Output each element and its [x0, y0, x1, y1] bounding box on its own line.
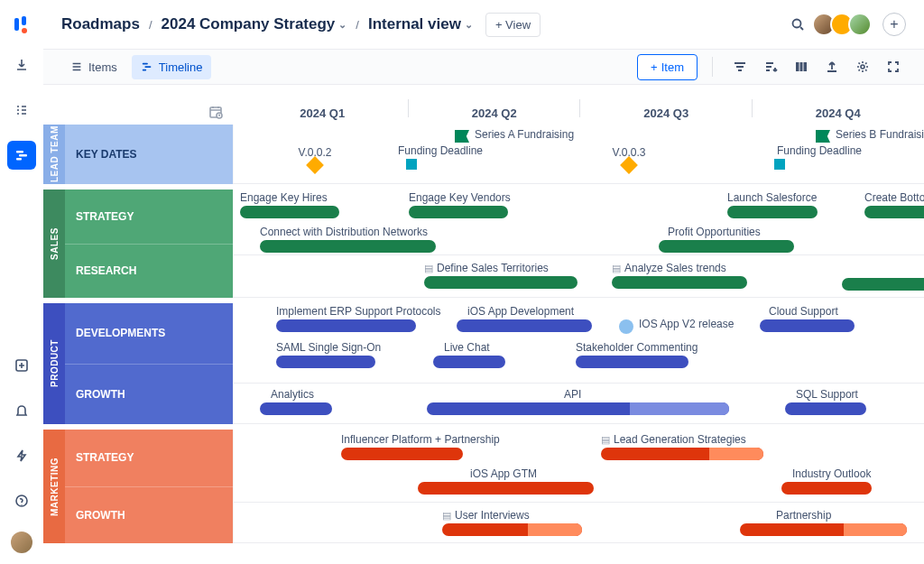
bar-item[interactable]: ▤Define Sales Territories: [424, 262, 578, 289]
search-icon[interactable]: [785, 12, 810, 37]
category-spine: SALES: [43, 190, 65, 298]
bar-item[interactable]: Create Bottom u: [864, 191, 924, 218]
collaborator-avatars[interactable]: [818, 13, 872, 36]
gear-icon[interactable]: [850, 54, 875, 79]
toolbar: Items Timeline + Item: [43, 49, 924, 85]
svg-rect-8: [143, 69, 146, 71]
quarter-cell: 2024 Q1: [236, 85, 409, 125]
lane-sales: SALES STRATEGY RESEARCH Engage Key Hires…: [43, 190, 924, 298]
doc-icon: ▤: [442, 510, 451, 522]
quarter-header: 2024 Q1 2024 Q2 2024 Q3 2024 Q4: [236, 85, 924, 125]
bar-item[interactable]: Connect with Distribution Networks: [260, 226, 436, 253]
svg-rect-0: [16, 151, 23, 153]
svg-rect-2: [16, 158, 22, 161]
svg-point-12: [861, 65, 864, 69]
roadmap-icon[interactable]: [7, 141, 36, 170]
bar-item[interactable]: SQL Support: [785, 388, 866, 415]
category-spine: MARKETING: [43, 430, 65, 543]
lane-marketing: MARKETING STRATEGY GROWTH Influencer Pla…: [43, 430, 924, 543]
svg-rect-1: [19, 154, 27, 157]
subcategory[interactable]: KEY DATES: [65, 125, 233, 184]
bar-item[interactable]: Engage Key Vendors: [409, 191, 511, 218]
left-rail: [0, 0, 43, 564]
subcategory[interactable]: GROWTH: [65, 364, 233, 425]
quarter-cell: 2024 Q3: [580, 85, 753, 125]
tab-timeline[interactable]: Timeline: [132, 55, 212, 79]
breadcrumb-root[interactable]: Roadmaps: [61, 15, 140, 33]
svg-rect-10: [800, 62, 803, 71]
bar-item[interactable]: Influencer Platform + Partnership: [341, 433, 500, 460]
add-view-button[interactable]: + View: [485, 13, 541, 37]
breadcrumb-l1[interactable]: 2024 Company Strategy ⌄: [162, 15, 347, 33]
subcategory[interactable]: DEVELOPMENTS: [65, 303, 233, 364]
bolt-icon[interactable]: [7, 441, 36, 470]
columns-icon[interactable]: [789, 54, 814, 79]
milestone-square[interactable]: Funding Deadline: [774, 159, 785, 170]
category-spine: LEAD TEAM: [43, 125, 65, 184]
svg-rect-7: [144, 66, 151, 68]
doc-icon: ▤: [424, 263, 433, 274]
subcategory[interactable]: STRATEGY: [65, 430, 233, 486]
calendar-icon[interactable]: [208, 105, 223, 122]
help-icon[interactable]: [7, 486, 36, 515]
bar-item[interactable]: SAML Single Sign-On: [276, 341, 381, 368]
bar-item[interactable]: [842, 262, 924, 291]
bar-item[interactable]: Cloud Support: [760, 305, 855, 332]
tab-items[interactable]: Items: [61, 55, 126, 79]
milestone-diamond[interactable]: V.0.0.2: [309, 159, 321, 171]
doc-icon: ▤: [612, 263, 621, 274]
quarter-cell: 2024 Q2: [409, 85, 581, 125]
bar-item[interactable]: Analytics: [260, 388, 332, 415]
sort-icon[interactable]: [758, 54, 783, 79]
filter-icon[interactable]: [727, 54, 753, 79]
breadcrumb-l2[interactable]: Internal view ⌄: [368, 15, 473, 33]
bar-item[interactable]: Implement ERP Support Protocols: [276, 305, 441, 332]
lane-lead-team: LEAD TEAM KEY DATES Series A Fundraising…: [43, 125, 924, 184]
export-icon[interactable]: [819, 54, 845, 79]
subcategory[interactable]: RESEARCH: [65, 244, 233, 299]
svg-rect-9: [796, 62, 799, 71]
quarter-cell: 2024 Q4: [753, 85, 925, 125]
bar-item[interactable]: iOS App GTM: [418, 467, 594, 495]
bar-item[interactable]: Launch Salesforce: [727, 191, 818, 218]
bar-item[interactable]: Live Chat: [433, 341, 505, 368]
bar-item[interactable]: ▤User Interviews: [442, 509, 582, 536]
bar-item[interactable]: Engage Key Hires: [240, 191, 339, 218]
bar-item[interactable]: Profit Opportunities: [659, 226, 794, 253]
svg-rect-6: [143, 63, 148, 65]
bar-item[interactable]: Stakeholder Commenting: [576, 341, 698, 368]
chevron-down-icon: ⌄: [465, 19, 473, 31]
timeline-canvas[interactable]: 2024 Q1 2024 Q2 2024 Q3 2024 Q4 LEAD TEA…: [43, 85, 924, 564]
lane-product: PRODUCT DEVELOPMENTS GROWTH Implement ER…: [43, 303, 924, 424]
user-avatar[interactable]: [11, 532, 32, 553]
subcategory[interactable]: STRATEGY: [65, 190, 233, 244]
milestone-diamond[interactable]: V.0.0.3: [623, 159, 635, 171]
bar-item[interactable]: ▤Analyze Sales trends: [612, 262, 747, 289]
app-logo[interactable]: [13, 16, 31, 34]
add-item-button[interactable]: + Item: [637, 54, 698, 80]
add-user-button[interactable]: +: [882, 13, 906, 36]
header: Roadmaps / 2024 Company Strategy ⌄ / Int…: [43, 0, 924, 49]
svg-point-5: [793, 20, 801, 28]
bar-item[interactable]: ▤Lead Generation Strategies: [601, 433, 763, 460]
bar-item[interactable]: iOS App Development: [457, 305, 592, 332]
bar-item[interactable]: API: [427, 388, 729, 415]
add-square-icon[interactable]: [7, 351, 36, 380]
category-spine: PRODUCT: [43, 303, 65, 424]
bar-item[interactable]: Partnership: [740, 509, 907, 536]
milestone-flag[interactable]: Series A Fundraising: [455, 130, 469, 143]
milestone-flag[interactable]: Series B Fundraising: [816, 130, 830, 143]
import-icon[interactable]: [7, 51, 36, 79]
fullscreen-icon[interactable]: [881, 54, 906, 79]
milestone-square[interactable]: Funding Deadline: [406, 159, 417, 170]
milestone-circle[interactable]: IOS App V2 release: [619, 319, 633, 334]
svg-rect-11: [804, 62, 808, 71]
subcategory[interactable]: GROWTH: [65, 486, 233, 544]
bell-icon[interactable]: [7, 396, 36, 425]
bar-item[interactable]: Industry Outlook: [781, 467, 872, 495]
chevron-down-icon: ⌄: [338, 19, 346, 31]
avatar[interactable]: [848, 13, 872, 36]
doc-icon: ▤: [601, 434, 610, 446]
list-icon[interactable]: [7, 96, 36, 125]
